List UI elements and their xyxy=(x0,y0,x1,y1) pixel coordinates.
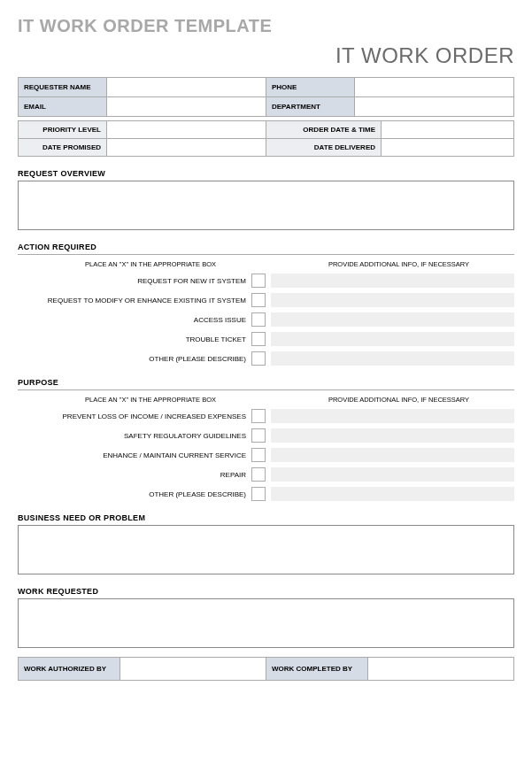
requester-name-field[interactable] xyxy=(107,78,266,97)
action-checkbox[interactable] xyxy=(251,293,266,307)
work-authorized-label: WORK AUTHORIZED BY xyxy=(19,658,120,681)
divider xyxy=(18,389,514,390)
action-hint-row: PLACE AN "X" IN THE APPROPRIATE BOX PROV… xyxy=(18,260,514,268)
action-checkbox[interactable] xyxy=(251,351,266,366)
date-promised-field[interactable] xyxy=(107,139,266,157)
purpose-label: PREVENT LOSS OF INCOME / INCREASED EXPEN… xyxy=(18,412,251,420)
request-overview-heading: REQUEST OVERVIEW xyxy=(18,169,514,178)
action-row: ACCESS ISSUE xyxy=(18,312,514,327)
purpose-row: OTHER (PLEASE DESCRIBE) xyxy=(18,487,514,501)
purpose-checkbox[interactable] xyxy=(251,487,266,501)
purpose-checkbox[interactable] xyxy=(251,448,266,462)
action-checkbox[interactable] xyxy=(251,332,266,346)
work-completed-label: WORK COMPLETED BY xyxy=(266,658,368,681)
department-field[interactable] xyxy=(355,97,514,117)
work-authorized-field[interactable] xyxy=(120,658,266,681)
work-requested-heading: WORK REQUESTED xyxy=(18,587,514,596)
purpose-info-field[interactable] xyxy=(271,448,514,462)
purpose-heading: PURPOSE xyxy=(18,378,514,387)
action-row: REQUEST TO MODIFY OR ENHANCE EXISTING IT… xyxy=(18,293,514,307)
hint-right: PROVIDE ADDITIONAL INFO, IF NECESSARY xyxy=(283,260,514,268)
action-info-field[interactable] xyxy=(271,351,514,366)
action-row: REQUEST FOR NEW IT SYSTEM xyxy=(18,274,514,288)
action-label: OTHER (PLEASE DESCRIBE) xyxy=(18,355,251,363)
purpose-info-field[interactable] xyxy=(271,467,514,482)
business-need-heading: BUSINESS NEED OR PROBLEM xyxy=(18,513,514,522)
action-label: REQUEST FOR NEW IT SYSTEM xyxy=(18,277,251,285)
action-label: ACCESS ISSUE xyxy=(18,316,251,324)
action-label: TROUBLE TICKET xyxy=(18,335,251,343)
purpose-label: REPAIR xyxy=(18,471,251,479)
priority-label: PRIORITY LEVEL xyxy=(19,121,107,139)
purpose-label: SAFETY REGULATORY GUIDELINES xyxy=(18,432,251,440)
hint-left: PLACE AN "X" IN THE APPROPRIATE BOX xyxy=(18,260,283,268)
action-info-field[interactable] xyxy=(271,293,514,307)
action-row: OTHER (PLEASE DESCRIBE) xyxy=(18,351,514,366)
action-label: REQUEST TO MODIFY OR ENHANCE EXISTING IT… xyxy=(18,297,251,305)
action-info-field[interactable] xyxy=(271,332,514,346)
order-datetime-label: ORDER DATE & TIME xyxy=(266,121,382,139)
purpose-checkbox[interactable] xyxy=(251,467,266,482)
action-required-heading: ACTION REQUIRED xyxy=(18,243,514,251)
hint-left: PLACE AN "X" IN THE APPROPRIATE BOX xyxy=(18,396,283,404)
hint-right: PROVIDE ADDITIONAL INFO, IF NECESSARY xyxy=(283,396,514,404)
business-need-field[interactable] xyxy=(18,525,514,574)
requester-name-label: REQUESTER NAME xyxy=(19,78,107,97)
purpose-row: REPAIR xyxy=(18,467,514,482)
signoff-table: WORK AUTHORIZED BY WORK COMPLETED BY xyxy=(18,657,514,681)
priority-field[interactable] xyxy=(107,121,266,139)
purpose-row: PREVENT LOSS OF INCOME / INCREASED EXPEN… xyxy=(18,409,514,423)
work-requested-field[interactable] xyxy=(18,598,514,648)
meta-table: PRIORITY LEVEL ORDER DATE & TIME DATE PR… xyxy=(18,120,514,157)
purpose-row: SAFETY REGULATORY GUIDELINES xyxy=(18,428,514,443)
purpose-info-field[interactable] xyxy=(271,409,514,423)
email-field[interactable] xyxy=(107,97,266,117)
date-delivered-field[interactable] xyxy=(382,139,514,157)
date-delivered-label: DATE DELIVERED xyxy=(266,139,382,157)
purpose-checkbox[interactable] xyxy=(251,409,266,423)
action-checkbox[interactable] xyxy=(251,312,266,327)
action-info-field[interactable] xyxy=(271,312,514,327)
action-row: TROUBLE TICKET xyxy=(18,332,514,346)
work-completed-field[interactable] xyxy=(368,658,514,681)
purpose-info-field[interactable] xyxy=(271,487,514,501)
date-promised-label: DATE PROMISED xyxy=(19,139,107,157)
purpose-info-field[interactable] xyxy=(271,428,514,443)
email-label: EMAIL xyxy=(19,97,107,117)
purpose-row: ENHANCE / MAINTAIN CURRENT SERVICE xyxy=(18,448,514,462)
purpose-hint-row: PLACE AN "X" IN THE APPROPRIATE BOX PROV… xyxy=(18,396,514,404)
main-title: IT WORK ORDER TEMPLATE xyxy=(18,16,514,36)
purpose-label: ENHANCE / MAINTAIN CURRENT SERVICE xyxy=(18,451,251,459)
order-datetime-field[interactable] xyxy=(382,121,514,139)
divider xyxy=(18,254,514,255)
phone-field[interactable] xyxy=(355,78,514,97)
request-overview-field[interactable] xyxy=(18,181,514,230)
sub-title: IT WORK ORDER xyxy=(18,43,514,68)
purpose-checkbox[interactable] xyxy=(251,428,266,443)
phone-label: PHONE xyxy=(266,78,355,97)
requester-table: REQUESTER NAME PHONE EMAIL DEPARTMENT xyxy=(18,77,514,117)
purpose-label: OTHER (PLEASE DESCRIBE) xyxy=(18,490,251,498)
department-label: DEPARTMENT xyxy=(266,97,355,117)
action-checkbox[interactable] xyxy=(251,274,266,288)
action-info-field[interactable] xyxy=(271,274,514,288)
